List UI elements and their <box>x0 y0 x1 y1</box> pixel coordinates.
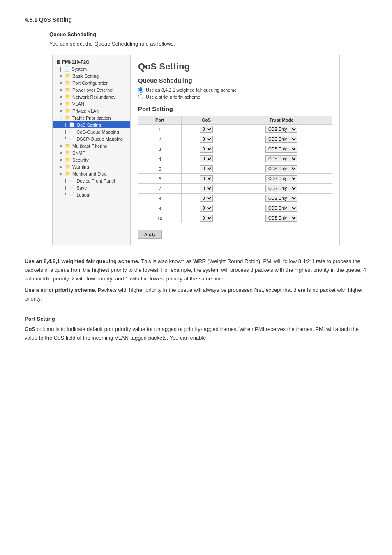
main-panel: QoS Setting Queue Scheduling Use an 8,4,… <box>131 56 339 245</box>
tree-icon15: ⊕ <box>59 165 62 169</box>
apply-button[interactable]: Apply <box>138 230 162 239</box>
folder-icon6: 📁 <box>65 101 71 106</box>
sidebar-label-monitor: Monitor and Diag <box>72 171 107 176</box>
folder-icon: 🖥 <box>56 60 60 65</box>
cell-cos[interactable]: 01234567 <box>181 213 231 223</box>
select-cos[interactable]: 01234567 <box>200 195 213 202</box>
tree-icon12: ⊕ <box>59 144 62 148</box>
sidebar-item-basic-setting[interactable]: ⊕ 📁 Basic Setting <box>53 72 130 79</box>
sidebar-item-warning[interactable]: ⊕ 📁 Warning <box>53 163 130 170</box>
sidebar-item-snmp[interactable]: ⊕ 📁 SNMP <box>53 149 130 156</box>
radio-item-wrr[interactable]: Use an 8,4,2,1 weighted fair queuing sch… <box>138 87 332 92</box>
cell-cos[interactable]: 01234567 <box>181 154 231 164</box>
wrr-title: Use an 8,4,2,1 weighted fair queuing sch… <box>25 258 140 264</box>
tree-icon10: ├ <box>64 130 67 134</box>
cell-trust[interactable]: COS OnlyDSCP OnlyCOS firstDSCP first <box>231 144 332 154</box>
sidebar-label-dscp: DSCP-Queue Mapping <box>76 136 123 141</box>
cell-trust[interactable]: COS OnlyDSCP OnlyCOS firstDSCP first <box>231 134 332 144</box>
tree-icon5: ⊕ <box>59 95 62 99</box>
cell-port: 2 <box>138 134 182 144</box>
tree-icon14: ⊕ <box>59 158 62 162</box>
folder-icon12: 📁 <box>65 143 71 148</box>
select-cos[interactable]: 01234567 <box>200 136 213 143</box>
cell-cos[interactable]: 01234567 <box>181 204 231 213</box>
select-cos[interactable]: 01234567 <box>200 205 213 212</box>
select-trust[interactable]: COS OnlyDSCP OnlyCOS firstDSCP first <box>265 195 297 202</box>
sidebar-item-system[interactable]: ├ 📄 System <box>53 65 130 72</box>
select-trust[interactable]: COS OnlyDSCP OnlyCOS firstDSCP first <box>265 205 297 212</box>
cell-cos[interactable]: 01234567 <box>181 194 231 204</box>
select-cos[interactable]: 01234567 <box>200 215 213 222</box>
file-icon9: 📄 <box>69 122 75 127</box>
select-trust[interactable]: COS OnlyDSCP OnlyCOS firstDSCP first <box>265 146 297 153</box>
sidebar-item-dscp-queue[interactable]: └ 📄 DSCP-Queue Mapping <box>53 135 130 142</box>
cos-text: column is to indicate default port prior… <box>25 326 359 341</box>
select-cos[interactable]: 01234567 <box>200 175 213 182</box>
cell-trust[interactable]: COS OnlyDSCP OnlyCOS firstDSCP first <box>231 174 332 184</box>
cell-cos[interactable]: 01234567 <box>181 164 231 174</box>
file-icon19: 📄 <box>69 192 75 197</box>
select-cos[interactable]: 01234567 <box>200 146 213 153</box>
wrr-bold: WRR <box>193 258 206 264</box>
select-trust[interactable]: COS OnlyDSCP OnlyCOS firstDSCP first <box>265 155 297 162</box>
cell-trust[interactable]: COS OnlyDSCP OnlyCOS firstDSCP first <box>231 125 332 134</box>
sidebar-item-vlan[interactable]: ⊕ 📁 VLAN <box>53 100 130 107</box>
cell-cos[interactable]: 01234567 <box>181 125 231 134</box>
sidebar-item-save[interactable]: ├ 📄 Save <box>53 184 130 191</box>
queue-scheduling-title: Queue Scheduling <box>49 31 367 37</box>
cell-trust[interactable]: COS OnlyDSCP OnlyCOS firstDSCP first <box>231 204 332 213</box>
select-trust[interactable]: COS OnlyDSCP OnlyCOS firstDSCP first <box>265 185 297 192</box>
select-cos[interactable]: 01234567 <box>200 185 213 192</box>
intro-text: You can select the Queue Scheduling rule… <box>49 41 367 47</box>
panel-port-title: Port Setting <box>138 105 332 112</box>
sidebar-item-private-vlan[interactable]: ⊕ 📁 Private VLAN <box>53 107 130 114</box>
cell-trust[interactable]: COS OnlyDSCP OnlyCOS firstDSCP first <box>231 184 332 194</box>
folder-icon16: 📁 <box>65 171 71 176</box>
cell-port: 7 <box>138 184 182 194</box>
sidebar-item-logout[interactable]: └ 📄 Logout <box>53 191 130 198</box>
port-table: Port CoS Trust Mode 101234567COS OnlyDSC… <box>138 116 332 223</box>
select-trust[interactable]: COS OnlyDSCP OnlyCOS firstDSCP first <box>265 136 297 143</box>
select-cos[interactable]: 01234567 <box>200 126 213 133</box>
cell-cos[interactable]: 01234567 <box>181 174 231 184</box>
wrr-text: This is also known as <box>140 258 194 264</box>
table-row: 501234567COS OnlyDSCP OnlyCOS firstDSCP … <box>138 164 332 174</box>
sidebar-item-device-front[interactable]: ├ 📄 Device Front Panel <box>53 177 130 184</box>
sidebar-item-security[interactable]: ⊕ 📁 Security <box>53 156 130 163</box>
radio-item-strict[interactable]: Use a strict priority scheme <box>138 94 332 99</box>
select-trust[interactable]: COS OnlyDSCP OnlyCOS firstDSCP first <box>265 126 297 133</box>
cos-col-title: CoS <box>25 326 35 332</box>
table-row: 401234567COS OnlyDSCP OnlyCOS firstDSCP … <box>138 154 332 164</box>
folder-icon3: 📁 <box>65 80 71 86</box>
sidebar-item-poe[interactable]: ⊕ 📁 Power over Ethernet <box>53 86 130 93</box>
cell-trust[interactable]: COS OnlyDSCP OnlyCOS firstDSCP first <box>231 154 332 164</box>
cell-cos[interactable]: 01234567 <box>181 144 231 154</box>
sidebar-item-traffic[interactable]: ⊸ 📁 Traffic Prioritization <box>53 114 130 121</box>
radio-wrr[interactable] <box>138 87 143 92</box>
cell-cos[interactable]: 01234567 <box>181 184 231 194</box>
wrr-paragraph: Use an 8,4,2,1 weighted fair queuing sch… <box>25 257 367 283</box>
sidebar-item-multicast[interactable]: ⊕ 📁 Multicast Filtering <box>53 142 130 149</box>
cell-port: 10 <box>138 213 182 223</box>
radio-strict[interactable] <box>138 94 143 99</box>
sidebar-label-pvlan: Private VLAN <box>72 109 99 113</box>
tree-icon8: ⊸ <box>59 116 62 120</box>
sidebar-root[interactable]: 🖥 PMI-110-F2G <box>53 59 130 65</box>
sidebar-item-qos[interactable]: ├ 📄 QoS Setting <box>53 121 130 128</box>
select-trust[interactable]: COS OnlyDSCP OnlyCOS firstDSCP first <box>265 215 297 222</box>
sidebar-item-cos-queue[interactable]: ├ 📄 CoS-Queue Mapping <box>53 128 130 135</box>
cell-cos[interactable]: 01234567 <box>181 134 231 144</box>
select-cos[interactable]: 01234567 <box>200 155 213 162</box>
cell-trust[interactable]: COS OnlyDSCP OnlyCOS firstDSCP first <box>231 164 332 174</box>
sidebar-item-port-config[interactable]: ⊕ 📁 Port Configuration <box>53 79 130 86</box>
sidebar-item-monitor[interactable]: ⊕ 📁 Monitor and Diag <box>53 170 130 177</box>
select-cos[interactable]: 01234567 <box>200 165 213 172</box>
sidebar-item-network-redundancy[interactable]: ⊕ 📁 Network Redundancy <box>53 93 130 100</box>
cell-trust[interactable]: COS OnlyDSCP OnlyCOS firstDSCP first <box>231 194 332 204</box>
cell-trust[interactable]: COS OnlyDSCP OnlyCOS firstDSCP first <box>231 213 332 223</box>
select-trust[interactable]: COS OnlyDSCP OnlyCOS firstDSCP first <box>265 165 297 172</box>
file-icon11: 📄 <box>69 136 75 141</box>
select-trust[interactable]: COS OnlyDSCP OnlyCOS firstDSCP first <box>265 175 297 182</box>
folder-icon7: 📁 <box>65 108 71 113</box>
sidebar-label-multicast: Multicast Filtering <box>72 143 108 148</box>
